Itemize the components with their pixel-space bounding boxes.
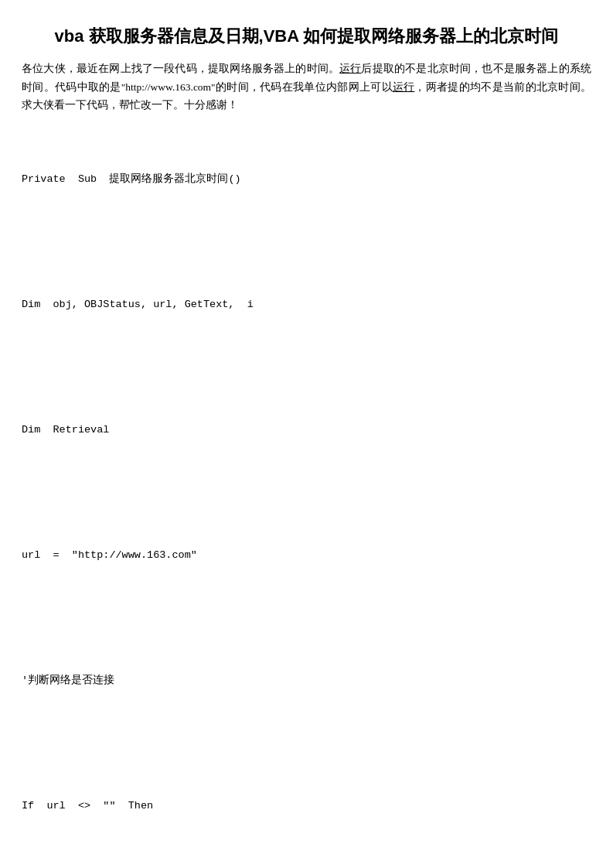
underline-1: 运行	[339, 63, 361, 74]
code-line-5: '判断网络是否连接	[22, 670, 591, 691]
code-line-6: If url <> "" Then	[22, 795, 591, 816]
page-title: vba 获取服务器信息及日期,VBA 如何提取网络服务器上的北京时间	[22, 23, 591, 49]
code-line-4: url = "http://www.163.com"	[22, 545, 591, 566]
code-line-blank-4	[22, 607, 591, 628]
underline-2: 运行	[393, 81, 415, 93]
code-line-blank-3	[22, 482, 591, 503]
code-line-3: Dim Retrieval	[22, 419, 591, 440]
code-line-blank-6	[22, 858, 591, 868]
code-line-1: Private Sub 提取网络服务器北京时间()	[22, 169, 591, 190]
code-block: Private Sub 提取网络服务器北京时间() Dim obj, OBJSt…	[22, 127, 591, 868]
code-line-blank-1	[22, 231, 591, 252]
code-line-blank-2	[22, 357, 591, 378]
intro-text: 各位大侠，最近在网上找了一段代码，提取网络服务器上的时间。运行后提取的不是北京时…	[22, 60, 591, 114]
code-line-2: Dim obj, OBJStatus, url, GetText, i	[22, 294, 591, 315]
code-line-blank-5	[22, 733, 591, 754]
